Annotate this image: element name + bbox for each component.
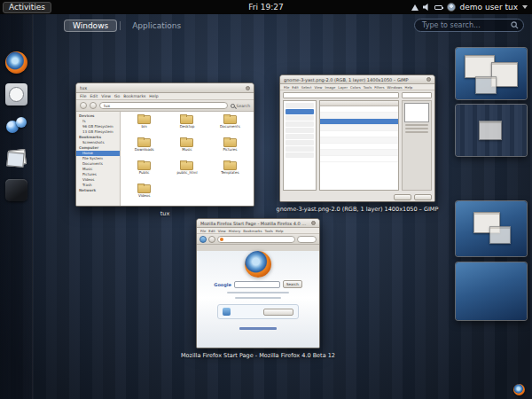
activities-button[interactable]: Activities	[3, 2, 51, 13]
menu-help: Help	[276, 229, 284, 233]
dash-item-media-player-icon[interactable]	[5, 179, 27, 201]
titlebar: Mozilla Firefox Start Page - Mozilla Fir…	[197, 219, 319, 228]
search-placeholder: Type to search...	[422, 21, 511, 29]
window-file-manager[interactable]: tux File Edit View Go Bookmarks Help tux…	[75, 82, 254, 207]
places-sidebar: Devices fs 96 GB Filesystem 13 GB Filesy…	[76, 112, 121, 206]
folder-grid: bin Desktop Documents Downloads Music Pi…	[121, 112, 254, 206]
workspace-window-thumb	[489, 226, 511, 244]
folder-icon	[180, 161, 193, 170]
place-row	[286, 103, 314, 108]
notification-firefox-icon[interactable]	[513, 384, 525, 395]
window-title: Mozilla Firefox Start Page - Mozilla Fir…	[200, 221, 309, 226]
window-firefox[interactable]: Mozilla Firefox Start Page - Mozilla Fir…	[196, 218, 320, 348]
menu-image: Image	[325, 85, 335, 90]
dash	[0, 14, 33, 399]
menubar: File Edit View Go Bookmarks Help	[76, 93, 254, 100]
workspace-thumbnail-1[interactable]	[456, 48, 527, 99]
file-row	[320, 131, 398, 137]
folder-item: bin	[123, 115, 165, 129]
window-caption: tux	[75, 210, 254, 217]
url-bar	[217, 236, 295, 243]
dash-item-image-viewer-icon[interactable]	[5, 147, 27, 169]
menu-tools: Tools	[264, 229, 272, 233]
text-line	[235, 297, 281, 299]
close-icon	[426, 77, 431, 82]
menu-history: History	[229, 229, 241, 233]
window-gimp[interactable]: gnome-3-yast.png-2.0 (RGB, 1 layer) 1400…	[279, 74, 435, 202]
window-caption: gnome-3-yast.png-2.0 (RGB, 1 layer) 1400…	[270, 206, 444, 213]
dash-item-spheres-icon[interactable]	[5, 115, 27, 137]
file-row	[320, 113, 398, 119]
cancel-button	[394, 194, 411, 200]
websearch-field	[297, 236, 317, 243]
file-row	[320, 106, 398, 113]
file-row	[320, 144, 398, 150]
folder-icon	[137, 138, 151, 147]
volume-icon[interactable]	[423, 4, 430, 11]
navigation-bar	[197, 234, 319, 245]
back-icon	[80, 102, 87, 109]
text-line	[227, 292, 289, 293]
menu-layer: Layer	[338, 85, 348, 90]
system-tray: demo user tux	[411, 3, 532, 12]
google-search-input	[234, 281, 280, 288]
workspace-thumbnail-4[interactable]	[456, 262, 527, 320]
dialog-body	[283, 100, 432, 191]
menu-help: Help	[405, 85, 413, 90]
menu-help: Help	[149, 94, 158, 98]
firefox-logo-icon	[245, 251, 271, 278]
battery-icon[interactable]	[434, 5, 442, 10]
folder-item: Videos	[123, 184, 165, 199]
dash-item-firefox-icon[interactable]	[5, 51, 27, 74]
titlebar: tux	[76, 83, 254, 93]
menu-view: View	[218, 229, 226, 233]
menu-bookmarks: Bookmarks	[243, 229, 262, 233]
user-menu[interactable]: demo user tux	[460, 3, 518, 12]
gnome-shell-overview: Activities Fri 19:27 demo user tux Windo…	[0, 0, 532, 399]
tab-applications[interactable]: Applications	[123, 20, 190, 32]
titlebar: gnome-3-yast.png-2.0 (RGB, 1 layer) 1400…	[280, 75, 434, 84]
forward-icon	[208, 236, 215, 243]
file-row	[320, 156, 398, 162]
menu-bookmarks: Bookmarks	[123, 94, 145, 98]
search-icon	[231, 104, 235, 108]
folder-icon	[223, 161, 237, 170]
session-restore-box	[217, 304, 299, 319]
menubar: File Edit View History Bookmarks Tools H…	[197, 228, 319, 234]
gimp-dialog	[280, 90, 434, 202]
place-row	[286, 128, 314, 133]
menu-go: Go	[114, 94, 120, 98]
dialog-fields	[283, 92, 432, 98]
network-icon[interactable]	[411, 4, 419, 11]
folder-icon	[223, 138, 237, 147]
search-label: Search	[237, 104, 250, 108]
folder-item: public_html	[166, 161, 207, 176]
tab-windows[interactable]: Windows	[64, 20, 117, 32]
restore-session-button	[263, 309, 293, 316]
search-input[interactable]: Type to search...	[414, 19, 524, 32]
forward-icon	[90, 102, 97, 109]
workspace-thumbnail-2[interactable]	[456, 105, 527, 156]
confirm-button	[414, 194, 432, 200]
place-row-selected	[286, 109, 314, 114]
clock[interactable]: Fri 19:27	[248, 3, 284, 12]
google-search-button: Search	[283, 280, 302, 288]
workspace-thumbnail-3[interactable]	[456, 201, 527, 256]
file-list	[319, 100, 399, 191]
preview-panel	[402, 100, 432, 191]
preview-text-line	[405, 128, 428, 129]
location-bar: tux	[99, 102, 228, 109]
place-row	[286, 140, 314, 145]
workspace-window-thumb	[465, 55, 495, 78]
dialog-buttons	[283, 192, 432, 201]
sidebar-header: Network	[76, 188, 120, 193]
link-line	[239, 327, 277, 330]
place-row	[286, 153, 314, 158]
window-title: tux	[80, 85, 243, 90]
toolbar: tux Search	[76, 100, 254, 112]
dash-item-screenshot-icon[interactable]	[5, 83, 27, 106]
menu-select: Select	[301, 85, 312, 90]
file-row	[320, 125, 398, 131]
back-icon	[200, 236, 207, 243]
place-row	[286, 146, 314, 152]
